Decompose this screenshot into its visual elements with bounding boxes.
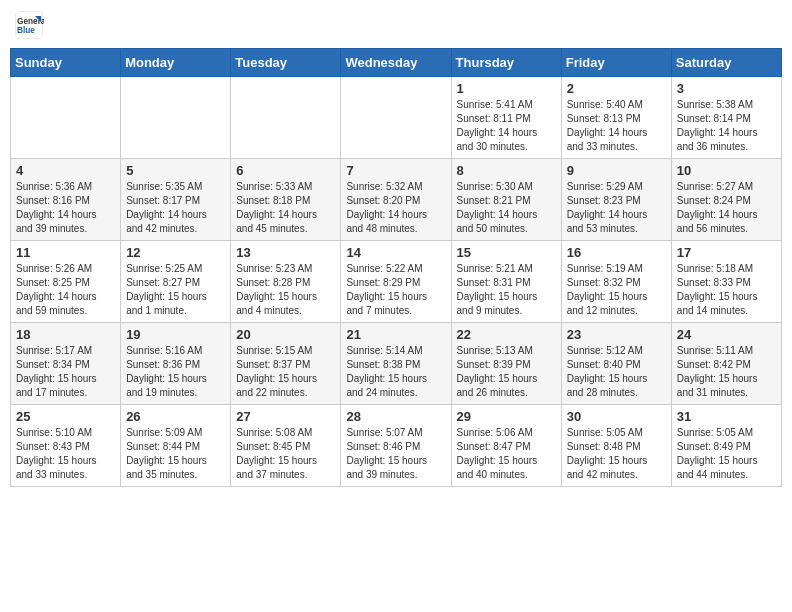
- weekday-header-row: SundayMondayTuesdayWednesdayThursdayFrid…: [11, 49, 782, 77]
- day-cell: [11, 77, 121, 159]
- day-number: 17: [677, 245, 776, 260]
- day-info: Sunrise: 5:13 AM Sunset: 8:39 PM Dayligh…: [457, 344, 556, 400]
- day-cell: 8Sunrise: 5:30 AM Sunset: 8:21 PM Daylig…: [451, 159, 561, 241]
- day-cell: 5Sunrise: 5:35 AM Sunset: 8:17 PM Daylig…: [121, 159, 231, 241]
- day-cell: 9Sunrise: 5:29 AM Sunset: 8:23 PM Daylig…: [561, 159, 671, 241]
- weekday-header-tuesday: Tuesday: [231, 49, 341, 77]
- day-number: 29: [457, 409, 556, 424]
- weekday-header-saturday: Saturday: [671, 49, 781, 77]
- day-info: Sunrise: 5:22 AM Sunset: 8:29 PM Dayligh…: [346, 262, 445, 318]
- day-cell: 14Sunrise: 5:22 AM Sunset: 8:29 PM Dayli…: [341, 241, 451, 323]
- day-number: 5: [126, 163, 225, 178]
- day-number: 31: [677, 409, 776, 424]
- day-number: 21: [346, 327, 445, 342]
- day-cell: [121, 77, 231, 159]
- day-number: 2: [567, 81, 666, 96]
- week-row-1: 1Sunrise: 5:41 AM Sunset: 8:11 PM Daylig…: [11, 77, 782, 159]
- weekday-header-monday: Monday: [121, 49, 231, 77]
- logo: General Blue: [14, 10, 48, 40]
- day-cell: 21Sunrise: 5:14 AM Sunset: 8:38 PM Dayli…: [341, 323, 451, 405]
- day-number: 22: [457, 327, 556, 342]
- day-number: 11: [16, 245, 115, 260]
- day-info: Sunrise: 5:05 AM Sunset: 8:48 PM Dayligh…: [567, 426, 666, 482]
- day-info: Sunrise: 5:06 AM Sunset: 8:47 PM Dayligh…: [457, 426, 556, 482]
- day-cell: 16Sunrise: 5:19 AM Sunset: 8:32 PM Dayli…: [561, 241, 671, 323]
- day-number: 12: [126, 245, 225, 260]
- day-number: 18: [16, 327, 115, 342]
- day-number: 15: [457, 245, 556, 260]
- day-info: Sunrise: 5:11 AM Sunset: 8:42 PM Dayligh…: [677, 344, 776, 400]
- day-info: Sunrise: 5:26 AM Sunset: 8:25 PM Dayligh…: [16, 262, 115, 318]
- day-number: 7: [346, 163, 445, 178]
- day-info: Sunrise: 5:32 AM Sunset: 8:20 PM Dayligh…: [346, 180, 445, 236]
- day-number: 10: [677, 163, 776, 178]
- day-cell: 28Sunrise: 5:07 AM Sunset: 8:46 PM Dayli…: [341, 405, 451, 487]
- day-number: 4: [16, 163, 115, 178]
- day-info: Sunrise: 5:33 AM Sunset: 8:18 PM Dayligh…: [236, 180, 335, 236]
- day-number: 27: [236, 409, 335, 424]
- day-info: Sunrise: 5:27 AM Sunset: 8:24 PM Dayligh…: [677, 180, 776, 236]
- day-info: Sunrise: 5:09 AM Sunset: 8:44 PM Dayligh…: [126, 426, 225, 482]
- day-cell: 22Sunrise: 5:13 AM Sunset: 8:39 PM Dayli…: [451, 323, 561, 405]
- day-cell: 13Sunrise: 5:23 AM Sunset: 8:28 PM Dayli…: [231, 241, 341, 323]
- day-number: 3: [677, 81, 776, 96]
- week-row-2: 4Sunrise: 5:36 AM Sunset: 8:16 PM Daylig…: [11, 159, 782, 241]
- svg-text:Blue: Blue: [17, 26, 35, 35]
- day-number: 25: [16, 409, 115, 424]
- day-cell: [341, 77, 451, 159]
- day-info: Sunrise: 5:15 AM Sunset: 8:37 PM Dayligh…: [236, 344, 335, 400]
- day-cell: 20Sunrise: 5:15 AM Sunset: 8:37 PM Dayli…: [231, 323, 341, 405]
- page-header: General Blue: [10, 10, 782, 40]
- day-number: 8: [457, 163, 556, 178]
- day-cell: 29Sunrise: 5:06 AM Sunset: 8:47 PM Dayli…: [451, 405, 561, 487]
- day-cell: 6Sunrise: 5:33 AM Sunset: 8:18 PM Daylig…: [231, 159, 341, 241]
- day-cell: 27Sunrise: 5:08 AM Sunset: 8:45 PM Dayli…: [231, 405, 341, 487]
- day-number: 26: [126, 409, 225, 424]
- calendar-table: SundayMondayTuesdayWednesdayThursdayFrid…: [10, 48, 782, 487]
- day-number: 19: [126, 327, 225, 342]
- day-number: 20: [236, 327, 335, 342]
- day-cell: 11Sunrise: 5:26 AM Sunset: 8:25 PM Dayli…: [11, 241, 121, 323]
- day-info: Sunrise: 5:29 AM Sunset: 8:23 PM Dayligh…: [567, 180, 666, 236]
- day-cell: 26Sunrise: 5:09 AM Sunset: 8:44 PM Dayli…: [121, 405, 231, 487]
- day-info: Sunrise: 5:10 AM Sunset: 8:43 PM Dayligh…: [16, 426, 115, 482]
- day-cell: 3Sunrise: 5:38 AM Sunset: 8:14 PM Daylig…: [671, 77, 781, 159]
- day-cell: 1Sunrise: 5:41 AM Sunset: 8:11 PM Daylig…: [451, 77, 561, 159]
- day-number: 30: [567, 409, 666, 424]
- day-info: Sunrise: 5:17 AM Sunset: 8:34 PM Dayligh…: [16, 344, 115, 400]
- day-info: Sunrise: 5:23 AM Sunset: 8:28 PM Dayligh…: [236, 262, 335, 318]
- day-info: Sunrise: 5:18 AM Sunset: 8:33 PM Dayligh…: [677, 262, 776, 318]
- day-info: Sunrise: 5:41 AM Sunset: 8:11 PM Dayligh…: [457, 98, 556, 154]
- day-info: Sunrise: 5:30 AM Sunset: 8:21 PM Dayligh…: [457, 180, 556, 236]
- weekday-header-wednesday: Wednesday: [341, 49, 451, 77]
- day-cell: 18Sunrise: 5:17 AM Sunset: 8:34 PM Dayli…: [11, 323, 121, 405]
- day-info: Sunrise: 5:19 AM Sunset: 8:32 PM Dayligh…: [567, 262, 666, 318]
- day-info: Sunrise: 5:25 AM Sunset: 8:27 PM Dayligh…: [126, 262, 225, 318]
- day-number: 24: [677, 327, 776, 342]
- day-number: 28: [346, 409, 445, 424]
- day-cell: 24Sunrise: 5:11 AM Sunset: 8:42 PM Dayli…: [671, 323, 781, 405]
- day-info: Sunrise: 5:14 AM Sunset: 8:38 PM Dayligh…: [346, 344, 445, 400]
- day-number: 9: [567, 163, 666, 178]
- day-cell: 2Sunrise: 5:40 AM Sunset: 8:13 PM Daylig…: [561, 77, 671, 159]
- day-info: Sunrise: 5:12 AM Sunset: 8:40 PM Dayligh…: [567, 344, 666, 400]
- day-cell: [231, 77, 341, 159]
- day-number: 1: [457, 81, 556, 96]
- weekday-header-friday: Friday: [561, 49, 671, 77]
- day-info: Sunrise: 5:40 AM Sunset: 8:13 PM Dayligh…: [567, 98, 666, 154]
- day-number: 13: [236, 245, 335, 260]
- day-cell: 4Sunrise: 5:36 AM Sunset: 8:16 PM Daylig…: [11, 159, 121, 241]
- week-row-4: 18Sunrise: 5:17 AM Sunset: 8:34 PM Dayli…: [11, 323, 782, 405]
- day-cell: 15Sunrise: 5:21 AM Sunset: 8:31 PM Dayli…: [451, 241, 561, 323]
- day-info: Sunrise: 5:08 AM Sunset: 8:45 PM Dayligh…: [236, 426, 335, 482]
- weekday-header-thursday: Thursday: [451, 49, 561, 77]
- logo-icon: General Blue: [14, 10, 44, 40]
- day-number: 6: [236, 163, 335, 178]
- day-info: Sunrise: 5:05 AM Sunset: 8:49 PM Dayligh…: [677, 426, 776, 482]
- weekday-header-sunday: Sunday: [11, 49, 121, 77]
- week-row-3: 11Sunrise: 5:26 AM Sunset: 8:25 PM Dayli…: [11, 241, 782, 323]
- day-number: 23: [567, 327, 666, 342]
- day-info: Sunrise: 5:21 AM Sunset: 8:31 PM Dayligh…: [457, 262, 556, 318]
- day-info: Sunrise: 5:07 AM Sunset: 8:46 PM Dayligh…: [346, 426, 445, 482]
- day-number: 16: [567, 245, 666, 260]
